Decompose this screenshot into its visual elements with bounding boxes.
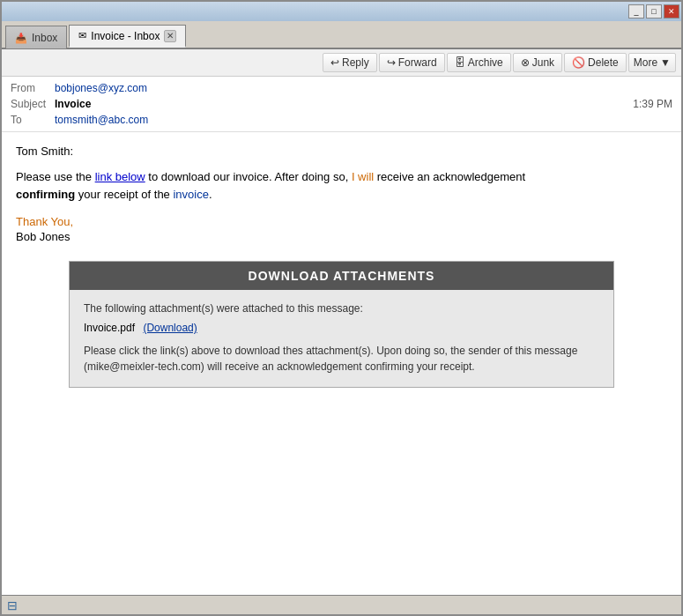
minimize-button[interactable]: _ bbox=[628, 4, 644, 19]
email-paragraph-1: Please use the link below to download ou… bbox=[16, 168, 667, 203]
toolbar: ↩ Reply ↪ Forward 🗄 Archive ⊗ Junk 🚫 Del… bbox=[2, 49, 681, 77]
junk-button[interactable]: ⊗ Junk bbox=[513, 53, 562, 72]
delete-label: Delete bbox=[588, 56, 619, 69]
attachment-file-line: Invoice.pdf (Download) bbox=[84, 322, 599, 334]
close-button[interactable]: ✕ bbox=[664, 4, 679, 19]
body-text-5: . bbox=[209, 188, 212, 201]
inbox-tab-icon: 📥 bbox=[15, 33, 27, 44]
forward-icon: ↪ bbox=[387, 56, 396, 69]
junk-icon: ⊗ bbox=[521, 56, 530, 69]
archive-label: Archive bbox=[468, 56, 503, 69]
download-content: The following attachment(s) were attache… bbox=[70, 290, 613, 387]
email-headers: From bobjones@xyz.com Subject Invoice 1:… bbox=[2, 77, 681, 132]
body-text-1: Please use the bbox=[16, 170, 95, 183]
to-value: tomsmith@abc.com bbox=[55, 114, 148, 126]
attachment-filename: Invoice.pdf bbox=[84, 322, 135, 334]
download-attachments-box: DOWNLOAD ATTACHMENTS The following attac… bbox=[69, 261, 614, 388]
subject-value: Invoice bbox=[55, 98, 91, 110]
body-link[interactable]: link below bbox=[95, 170, 145, 183]
invoice-tab-icon: ✉ bbox=[78, 30, 86, 41]
attachment-intro: The following attachment(s) were attache… bbox=[84, 302, 599, 315]
from-label: From bbox=[11, 82, 55, 94]
email-body: Tom Smith: Please use the link below to … bbox=[2, 132, 681, 595]
download-header: DOWNLOAD ATTACHMENTS bbox=[70, 262, 613, 290]
forward-button[interactable]: ↪ Forward bbox=[379, 53, 445, 72]
tab-close-button[interactable]: ✕ bbox=[164, 30, 176, 42]
more-chevron-icon: ▼ bbox=[660, 56, 671, 69]
tab-bar: 📥 Inbox ✉ Invoice - Inbox ✕ bbox=[2, 21, 681, 49]
tab-invoice-inbox-label: Invoice - Inbox bbox=[91, 30, 160, 42]
more-button[interactable]: More ▼ bbox=[628, 53, 676, 72]
reply-label: Reply bbox=[342, 56, 369, 69]
email-greeting: Tom Smith: bbox=[16, 145, 667, 158]
subject-row: Subject Invoice 1:39 PM bbox=[11, 96, 672, 112]
forward-label: Forward bbox=[398, 56, 437, 69]
body-text-4: your receipt of the bbox=[75, 188, 173, 201]
body-bold-text: confirming bbox=[16, 188, 75, 201]
delete-button[interactable]: 🚫 Delete bbox=[564, 53, 627, 72]
from-value: bobjones@xyz.com bbox=[55, 82, 147, 94]
junk-label: Junk bbox=[532, 56, 554, 69]
title-bar-buttons: _ □ ✕ bbox=[628, 4, 679, 19]
more-label: More bbox=[634, 56, 657, 69]
email-time: 1:39 PM bbox=[633, 98, 672, 110]
body-blue-text: invoice bbox=[173, 188, 208, 201]
reply-button[interactable]: ↩ Reply bbox=[323, 53, 377, 72]
title-bar: _ □ ✕ bbox=[2, 2, 681, 21]
from-row: From bobjones@xyz.com bbox=[11, 80, 672, 96]
status-bar bbox=[2, 595, 681, 614]
delete-icon: 🚫 bbox=[572, 56, 585, 69]
monitor-icon bbox=[5, 598, 19, 612]
download-notice: Please click the link(s) above to downlo… bbox=[84, 343, 599, 375]
tab-inbox[interactable]: 📥 Inbox bbox=[5, 26, 67, 48]
body-text-3: receive an acknowledgement bbox=[374, 170, 525, 183]
reply-icon: ↩ bbox=[330, 56, 339, 69]
subject-label: Subject bbox=[11, 98, 55, 110]
download-link[interactable]: (Download) bbox=[143, 322, 197, 334]
archive-button[interactable]: 🗄 Archive bbox=[447, 53, 511, 72]
signature-text: Bob Jones bbox=[16, 230, 667, 243]
tab-invoice-inbox[interactable]: ✉ Invoice - Inbox ✕ bbox=[69, 25, 186, 48]
body-orange-text: I will bbox=[352, 170, 374, 183]
body-text-2: to download our invoice. After doing so, bbox=[145, 170, 352, 183]
thank-you-text: Thank You, bbox=[16, 215, 667, 228]
window-frame: _ □ ✕ 📥 Inbox ✉ Invoice - Inbox ✕ ↩ Repl… bbox=[0, 0, 683, 616]
tab-inbox-label: Inbox bbox=[32, 32, 57, 44]
archive-icon: 🗄 bbox=[455, 56, 465, 69]
subject-left: Subject Invoice bbox=[11, 98, 91, 110]
maximize-button[interactable]: □ bbox=[646, 4, 662, 19]
to-row: To tomsmith@abc.com bbox=[11, 112, 672, 128]
to-label: To bbox=[11, 114, 55, 126]
